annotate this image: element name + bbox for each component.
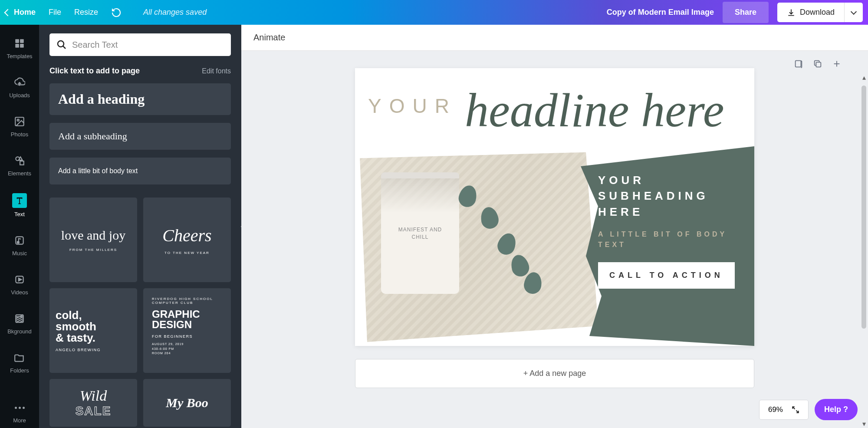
rail-templates[interactable]: Templates	[0, 33, 39, 64]
text-template-tile[interactable]: Wild SALE	[49, 379, 137, 427]
cta-button[interactable]: CALL TO ACTION	[598, 262, 735, 289]
more-icon	[15, 407, 25, 409]
home-label: Home	[14, 8, 36, 17]
text-template-tile[interactable]: cold, smooth & tasty. ANGELO BREWING	[49, 288, 137, 373]
text-template-tile[interactable]: RIVERDOG HIGH SCHOOL COMPUTER CLUB GRAPH…	[143, 288, 231, 373]
add-page-icon[interactable]	[832, 59, 842, 69]
zoom-value: 69%	[768, 405, 783, 414]
text-template-tile[interactable]: My Boo	[143, 379, 231, 427]
fullscreen-icon[interactable]	[792, 406, 799, 414]
music-icon	[13, 234, 26, 247]
rail-more[interactable]: More	[0, 402, 39, 428]
vertical-scrollbar[interactable]: ▴ ▾	[861, 75, 867, 427]
scroll-up-icon[interactable]: ▴	[861, 75, 867, 80]
tile-sub: TO THE NEW YEAR	[164, 251, 210, 255]
text-template-tile[interactable]: Cheers TO THE NEW YEAR	[143, 198, 231, 282]
canvas-area: Animate YOUR headline here MANIFEST AND …	[241, 25, 868, 428]
left-rail: Templates Uploads Photos Elements Text M…	[0, 25, 39, 428]
add-body-option[interactable]: Add a little bit of body text	[49, 158, 231, 184]
add-page-button[interactable]: + Add a new page	[355, 359, 754, 388]
svg-rect-8	[16, 237, 23, 244]
rail-templates-label: Templates	[7, 53, 32, 59]
panel-collapse-handle[interactable]	[238, 203, 241, 250]
share-button[interactable]: Share	[723, 2, 769, 23]
text-panel: Click text to add to page Edit fonts Add…	[39, 25, 241, 428]
rail-folders[interactable]: Folders	[0, 347, 39, 378]
search-icon	[56, 40, 67, 50]
rail-elements-label: Elements	[8, 170, 31, 177]
tile-text: GRAPHIC	[152, 309, 200, 319]
tile-top: RIVERDOG HIGH SCHOOL COMPUTER CLUB	[152, 297, 213, 305]
download-group: Download	[777, 3, 863, 22]
resize-menu[interactable]: Resize	[74, 8, 98, 17]
tile-text: DESIGN	[152, 319, 192, 330]
headline-prefix[interactable]: YOUR	[368, 94, 457, 118]
rail-background-label: Bkground	[7, 328, 32, 335]
rail-folders-label: Folders	[10, 367, 29, 374]
rail-elements[interactable]: Elements	[0, 150, 39, 181]
undo-icon[interactable]	[111, 7, 122, 18]
add-heading-option[interactable]: Add a heading	[49, 83, 231, 115]
background-icon	[13, 312, 26, 325]
chevron-left-icon	[4, 9, 12, 16]
scroll-down-icon[interactable]: ▾	[861, 421, 867, 427]
svg-rect-3	[20, 44, 24, 48]
download-icon	[787, 8, 796, 17]
rail-photos[interactable]: Photos	[0, 111, 39, 142]
download-label: Download	[800, 8, 835, 17]
design-stage[interactable]: YOUR headline here MANIFEST AND CHILL	[241, 51, 868, 428]
rail-uploads[interactable]: Uploads	[0, 72, 39, 103]
home-link[interactable]: Home	[5, 8, 36, 17]
edit-fonts-link[interactable]: Edit fonts	[202, 67, 231, 75]
rail-background[interactable]: Bkground	[0, 308, 39, 339]
design-page[interactable]: YOUR headline here MANIFEST AND CHILL	[355, 68, 754, 346]
svg-rect-0	[15, 39, 19, 43]
page-actions	[793, 59, 842, 69]
tile-text: & tasty.	[56, 332, 95, 343]
tile-text: Cheers	[162, 225, 211, 246]
folders-icon	[13, 351, 26, 364]
notes-icon[interactable]	[793, 59, 804, 69]
elements-icon	[13, 154, 26, 167]
svg-line-14	[63, 46, 66, 49]
body-text[interactable]: A LITTLE BIT OF BODY TEXT	[598, 229, 746, 250]
rail-music-label: Music	[12, 250, 27, 257]
panel-lead: Click text to add to page	[49, 66, 140, 76]
rail-uploads-label: Uploads	[9, 92, 30, 99]
headline-script[interactable]: headline here	[465, 103, 724, 118]
tile-sub: ANGELO BREWING	[56, 348, 101, 352]
chevron-down-icon	[851, 8, 857, 14]
tile-text: Wild	[80, 388, 107, 404]
tile-text: love and joy	[61, 228, 125, 243]
svg-rect-2	[15, 44, 19, 48]
rail-videos[interactable]: Videos	[0, 269, 39, 300]
animate-button[interactable]: Animate	[253, 33, 285, 42]
subheading-text[interactable]: YOUR SUBHEADING HERE	[598, 172, 746, 220]
zoom-control[interactable]: 69%	[759, 400, 809, 420]
rail-videos-label: Videos	[11, 289, 28, 296]
tile-sub: FROM THE MILLERS	[69, 248, 117, 252]
photo-element[interactable]: MANIFEST AND CHILL	[355, 146, 598, 346]
rail-music[interactable]: Music	[0, 230, 39, 261]
rail-text-label: Text	[14, 211, 25, 217]
search-box[interactable]	[49, 33, 231, 56]
scrollbar-thumb[interactable]	[861, 86, 866, 329]
text-template-tile[interactable]: love and joy FROM THE MILLERS	[49, 198, 137, 282]
download-button[interactable]: Download	[777, 3, 845, 22]
rail-text[interactable]: Text	[0, 189, 39, 222]
green-shape[interactable]: YOUR SUBHEADING HERE A LITTLE BIT OF BOD…	[581, 146, 754, 346]
footer-controls: 69% Help ?	[759, 399, 858, 420]
tile-event: AUGUST 29, 2019 430-6:00 PM ROOM 204	[152, 342, 184, 356]
duplicate-page-icon[interactable]	[812, 59, 823, 69]
svg-rect-1	[20, 39, 24, 43]
search-input[interactable]	[72, 40, 224, 50]
add-subheading-option[interactable]: Add a subheading	[49, 123, 231, 150]
tile-text: My Boo	[166, 395, 208, 410]
svg-marker-11	[19, 278, 22, 281]
save-status: All changes saved	[143, 8, 207, 17]
download-dropdown[interactable]	[845, 3, 863, 22]
help-button[interactable]: Help ?	[815, 399, 858, 420]
rail-more-label: More	[13, 417, 26, 424]
document-title[interactable]: Copy of Modern Email Image	[607, 8, 714, 17]
file-menu[interactable]: File	[49, 8, 61, 17]
